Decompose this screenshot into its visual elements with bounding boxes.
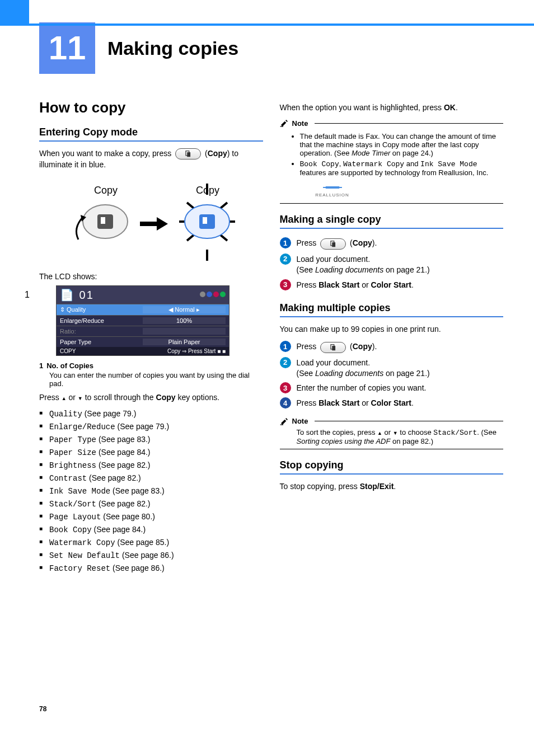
note2-body: To sort the copies, press or to choose S… (280, 426, 504, 449)
svg-rect-20 (332, 242, 335, 247)
right-column: When the option you want is highlighted,… (280, 99, 504, 579)
note-pencil-icon (280, 416, 289, 426)
single-step-3: 3 Press Black Start or Color Start. (280, 278, 504, 293)
copy-options-list: Quality (See page 79.) Enlarge/Reduce (S… (39, 407, 263, 575)
copy-label-off: Copy (94, 185, 118, 196)
chapter-header: 11 Making copies (39, 22, 503, 74)
lcd-intro-text: The LCD shows: (39, 271, 263, 282)
svg-rect-4 (101, 217, 105, 224)
subsection-entering-copy-mode: Entering Copy mode (39, 126, 263, 142)
stop-instruction: To stop copying, press Stop/Exit. (280, 481, 504, 492)
multi-step-2: 2 Load your document. (See Loading docum… (280, 355, 504, 381)
svg-marker-6 (140, 217, 168, 231)
single-copy-steps: 1 Press (Copy). 2 Load your document. (S… (280, 236, 504, 292)
callout-number: 1 (25, 290, 30, 300)
down-arrow-icon (393, 428, 398, 436)
option-brightness: Brightness (See page 82.) (39, 459, 263, 472)
entering-paragraph: When you want to make a copy, press (Cop… (39, 148, 263, 170)
single-step-1: 1 Press (Copy). (280, 236, 504, 251)
option-ink-save: Ink Save Mode (See page 83.) (39, 485, 263, 497)
svg-line-13 (187, 235, 194, 241)
lcd-row-ratio: Ratio: (57, 326, 229, 336)
note1-bullet2: Book Copy, Watermark Copy and Ink Save M… (300, 159, 504, 198)
svg-rect-23 (280, 424, 283, 425)
lcd-header: 📄 01 (57, 286, 229, 304)
note-box-1: Note The default made is Fax. You can ch… (280, 119, 504, 204)
reallusion-logo: REALLUSION (310, 182, 355, 198)
svg-rect-1 (187, 152, 190, 157)
option-page-layout: Page Layout (See page 80.) (39, 510, 263, 523)
multi-step-4: 4 Press Black Start or Color Start. (280, 396, 504, 411)
down-arrow-icon (78, 393, 83, 402)
note1-bullet1: The default made is Fax. You can change … (300, 132, 504, 157)
lcd-copies-count: 📄 01 (60, 288, 94, 302)
option-paper-size: Paper Size (See page 84.) (39, 446, 263, 459)
note-box-2: Note To sort the copies, press or to cho… (280, 416, 504, 449)
lcd-row-papertype: Paper Type Plain Paper (57, 336, 229, 347)
tab-colored-block (0, 0, 29, 24)
note-label: Note (292, 417, 308, 425)
left-column: How to copy Entering Copy mode When you … (39, 99, 263, 579)
subsection-single-copy: Making a single copy (280, 214, 504, 229)
svg-rect-17 (203, 217, 207, 224)
option-contrast: Contrast (See page 82.) (39, 472, 263, 485)
svg-rect-18 (280, 126, 283, 127)
subsection-multiple-copies: Making multiple copies (280, 302, 504, 317)
copy-button-icon (320, 238, 346, 250)
multi-step-3: 3 Enter the number of copies you want. (280, 381, 504, 396)
svg-line-11 (187, 203, 194, 208)
note-label: Note (292, 119, 308, 128)
multiple-copies-steps: 1 Press (Copy). 2 Load your document. (S… (280, 339, 504, 411)
chapter-number-box: 11 (39, 22, 95, 74)
copy-button-illustration: Copy Copy (39, 178, 263, 264)
scroll-instruction: Press or to scroll through the Copy key … (39, 392, 263, 403)
up-arrow-icon (62, 393, 67, 402)
chapter-title: Making copies (107, 37, 238, 59)
option-factory-reset: Factory Reset (See page 86.) (39, 562, 263, 575)
section-how-to-copy: How to copy (39, 99, 263, 116)
multiple-intro: You can make up to 99 copies in one prin… (280, 324, 504, 335)
lcd-footer: COPY Copy ⇒ Press Start ■ ■ (57, 347, 229, 355)
option-watermark-copy: Watermark Copy (See page 85.) (39, 536, 263, 549)
svg-rect-22 (332, 346, 335, 350)
up-arrow-icon (377, 428, 382, 436)
option-set-new-default: Set New Default (See page 86.) (39, 549, 263, 562)
multi-step-1: 1 Press (Copy). (280, 339, 504, 355)
option-paper-type: Paper Type (See page 83.) (39, 433, 263, 446)
option-stack-sort: Stack/Sort (See page 82.) (39, 497, 263, 510)
lcd-screenshot: 1 📄 01 ⇕ Quality ◀ Normal ▸ Enlarge/Redu… (39, 285, 263, 356)
option-book-copy: Book Copy (See page 84.) (39, 523, 263, 536)
highlight-instruction: When the option you want is highlighted,… (280, 102, 504, 113)
header-rule (0, 24, 534, 26)
callout-definition: 1No. of Copies You can enter the number … (39, 361, 263, 388)
lcd-row-enlarge: Enlarge/Reduce 100% (57, 315, 229, 326)
option-enlarge-reduce: Enlarge/Reduce (See page 79.) (39, 420, 263, 433)
svg-line-12 (221, 203, 227, 208)
option-quality: Quality (See page 79.) (39, 407, 263, 420)
copy-button-icon (175, 148, 201, 159)
lcd-row-quality: ⇕ Quality ◀ Normal ▸ (57, 304, 229, 315)
lcd-status-dots (199, 292, 226, 298)
svg-line-14 (221, 235, 227, 241)
single-step-2: 2 Load your document. (See Loading docum… (280, 252, 504, 278)
subsection-stop-copying: Stop copying (280, 459, 504, 475)
copy-button-icon (320, 342, 346, 353)
note-pencil-icon (280, 119, 289, 128)
